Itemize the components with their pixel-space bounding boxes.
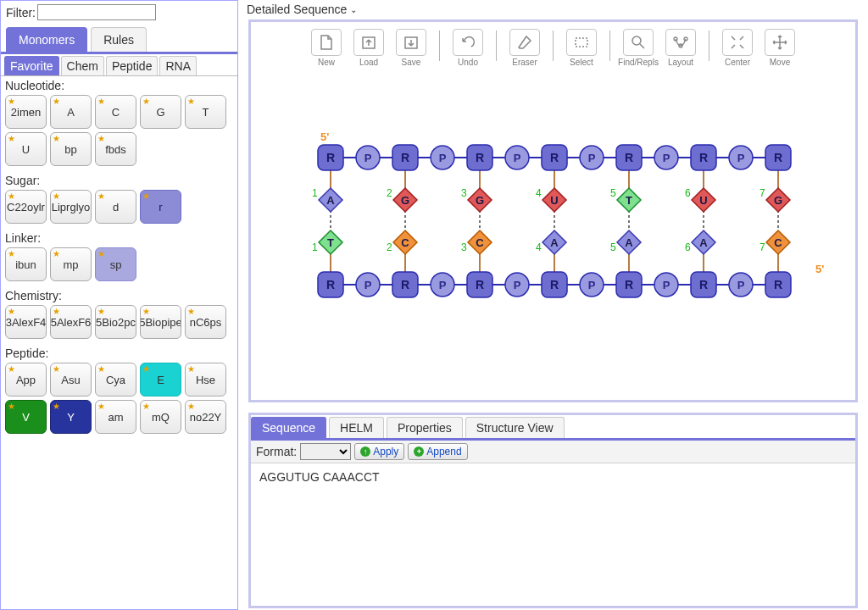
tool-undo[interactable]: Undo [447, 29, 489, 67]
tool-save[interactable]: Save [390, 29, 432, 67]
monomer-sp[interactable]: ★sp [95, 247, 136, 281]
tab-favorite[interactable]: Favorite [4, 56, 59, 75]
tool-new[interactable]: New [305, 29, 348, 67]
move-icon [765, 29, 795, 56]
tool-center[interactable]: Center [716, 29, 759, 67]
monomer-no22y[interactable]: ★no22Y [185, 400, 226, 434]
monomer-am[interactable]: ★am [95, 400, 136, 434]
svg-text:P: P [588, 152, 596, 164]
tool-select[interactable]: Select [560, 29, 603, 67]
svg-text:T: T [626, 194, 632, 207]
monomer-u[interactable]: ★U [5, 132, 47, 166]
svg-text:U: U [699, 194, 707, 207]
format-select[interactable] [300, 443, 351, 460]
monomer-5biopipe[interactable]: ★5Biopipe [140, 305, 181, 339]
monomer-5bio2pc[interactable]: ★5Bio2pc [95, 305, 136, 339]
star-icon: ★ [53, 364, 60, 374]
filter-row: Filter: [1, 1, 237, 22]
svg-text:U: U [550, 194, 558, 207]
monomer-app[interactable]: ★App [5, 363, 47, 396]
svg-text:5': 5' [320, 130, 329, 143]
monomer-5alexf6[interactable]: ★5AlexF6 [50, 305, 92, 339]
monomer-mq[interactable]: ★mQ [140, 400, 181, 434]
tool-findrepl[interactable]: Find/Repls [617, 29, 659, 67]
monomer-d[interactable]: ★d [95, 190, 136, 224]
svg-text:P: P [663, 152, 670, 164]
monomer-3alexf4[interactable]: ★3AlexF4 [5, 305, 47, 339]
monomer-list[interactable]: Nucleotide: ★2imen ★A ★C ★G ★T ★U ★bp ★f… [1, 76, 237, 609]
star-icon: ★ [97, 97, 105, 106]
undo-icon [453, 29, 483, 56]
svg-text:A: A [699, 236, 708, 249]
group-label-linker: Linker: [1, 229, 237, 246]
format-row: Format: ↑Apply +Append [251, 441, 855, 463]
star-icon: ★ [97, 307, 105, 316]
select-icon [566, 29, 597, 56]
svg-text:P: P [737, 152, 745, 164]
tool-layout[interactable]: Layout [659, 29, 702, 67]
svg-text:C: C [401, 236, 409, 249]
tab-sequence[interactable]: Sequence [251, 417, 326, 438]
monomer-liprglyo[interactable]: ★Liprglyo [50, 190, 92, 224]
monomer-bp[interactable]: ★bp [50, 132, 92, 166]
svg-text:1: 1 [312, 187, 318, 199]
svg-text:3: 3 [461, 187, 467, 199]
svg-text:R: R [476, 151, 484, 164]
apply-button[interactable]: ↑Apply [354, 443, 404, 460]
monomer-r[interactable]: ★r [140, 190, 181, 224]
svg-text:R: R [326, 278, 335, 291]
monomer-c[interactable]: ★C [95, 95, 136, 129]
star-icon: ★ [8, 402, 15, 411]
tool-move[interactable]: Move [759, 29, 801, 67]
append-button[interactable]: +Append [408, 443, 467, 460]
monomer-asu[interactable]: ★Asu [50, 363, 92, 396]
svg-text:R: R [774, 278, 782, 291]
filter-input[interactable] [37, 4, 156, 20]
monomer-t[interactable]: ★T [185, 95, 226, 129]
monomer-nc6ps[interactable]: ★nC6ps [185, 305, 226, 339]
monomer-e[interactable]: ★E [140, 363, 181, 396]
monomer-2imen[interactable]: ★2imen [5, 95, 47, 129]
monomer-c22oylr[interactable]: ★C22oylr [5, 190, 47, 224]
group-linker: ★ibun ★mp ★sp [1, 246, 237, 286]
monomer-cya[interactable]: ★Cya [95, 363, 136, 396]
tab-peptide[interactable]: Peptide [106, 56, 158, 75]
sequence-diagram: 5'5'11RRATPP22RRGCPP33RRGCPP44RRUAPP55RR… [305, 124, 831, 344]
sequence-text[interactable]: AGGUTUG CAAACCT [251, 463, 855, 606]
tool-eraser[interactable]: Eraser [504, 29, 546, 67]
svg-text:5: 5 [610, 187, 616, 199]
svg-text:R: R [625, 278, 633, 291]
svg-text:C: C [774, 236, 782, 249]
monomer-mp[interactable]: ★mp [50, 247, 92, 281]
tab-helm[interactable]: HELM [329, 417, 384, 438]
toolbar-separator [496, 30, 497, 61]
tab-chem[interactable]: Chem [61, 56, 104, 75]
star-icon: ★ [8, 134, 15, 143]
tab-rna[interactable]: RNA [159, 56, 197, 75]
canvas[interactable]: New Load Save Undo Eraser [248, 19, 858, 402]
filter-label: Filter: [6, 6, 36, 19]
monomer-y[interactable]: ★Y [50, 400, 92, 434]
monomer-hse[interactable]: ★Hse [185, 363, 226, 396]
star-icon: ★ [8, 191, 15, 201]
sidebar: Filter: Monomers Rules Favorite Chem Pep… [0, 0, 238, 610]
monomer-g[interactable]: ★G [140, 95, 181, 129]
tabs-level2: Favorite Chem Peptide RNA [1, 54, 237, 76]
svg-text:A: A [326, 194, 335, 207]
tab-monomers[interactable]: Monomers [6, 27, 87, 52]
detailed-sequence-header[interactable]: Detailed Sequence ⌄ [238, 0, 868, 16]
tool-load[interactable]: Load [348, 29, 390, 67]
tab-properties[interactable]: Properties [387, 417, 463, 438]
monomer-fbds[interactable]: ★fbds [95, 132, 136, 166]
svg-text:P: P [439, 152, 447, 164]
monomer-a[interactable]: ★A [50, 95, 92, 129]
tab-structure-view[interactable]: Structure View [465, 417, 565, 438]
svg-text:7: 7 [760, 241, 765, 253]
tab-rules[interactable]: Rules [91, 27, 147, 52]
monomer-v[interactable]: ★V [5, 400, 47, 434]
svg-text:R: R [699, 151, 708, 164]
toolbar-separator [553, 30, 554, 61]
svg-text:3: 3 [461, 241, 467, 253]
monomer-ibun[interactable]: ★ibun [5, 247, 47, 281]
star-icon: ★ [97, 249, 105, 258]
